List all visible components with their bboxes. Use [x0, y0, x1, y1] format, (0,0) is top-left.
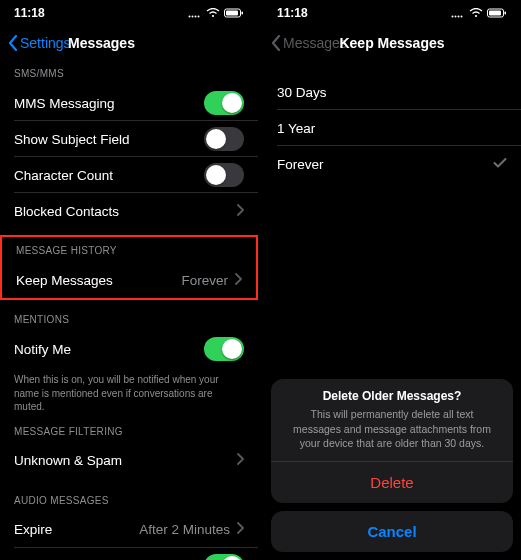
- nav-bar: Messages Keep Messages: [263, 26, 521, 60]
- svg-rect-14: [489, 11, 501, 16]
- row-raise-listen[interactable]: Raise to Listen: [0, 548, 258, 561]
- back-button[interactable]: Messages: [271, 35, 347, 51]
- section-header-filtering: MESSAGE FILTERING: [0, 418, 258, 443]
- row-label: Keep Messages: [16, 273, 113, 288]
- chevron-right-icon: [234, 273, 242, 288]
- back-button[interactable]: Settings: [8, 35, 71, 51]
- status-time: 11:18: [277, 6, 308, 20]
- option-label: 30 Days: [277, 85, 327, 100]
- svg-point-4: [212, 15, 214, 17]
- back-label: Settings: [20, 35, 71, 51]
- battery-icon: [224, 8, 244, 18]
- svg-point-12: [475, 15, 477, 17]
- option-label: Forever: [277, 157, 324, 172]
- status-bar: 11:18: [0, 0, 258, 26]
- section-header-mentions: MENTIONS: [0, 304, 258, 331]
- toggle-raise[interactable]: [204, 554, 244, 561]
- svg-point-10: [458, 16, 460, 18]
- status-indicators: [188, 8, 244, 18]
- row-blocked-contacts[interactable]: Blocked Contacts: [0, 193, 258, 229]
- svg-point-1: [192, 16, 194, 18]
- row-value: Forever: [181, 273, 228, 288]
- row-label: Show Subject Field: [14, 132, 130, 147]
- svg-point-8: [452, 16, 454, 18]
- row-value: After 2 Minutes: [139, 522, 230, 537]
- wifi-icon: [469, 8, 483, 18]
- cancel-button[interactable]: Cancel: [271, 511, 513, 552]
- row-label: MMS Messaging: [14, 96, 115, 111]
- row-keep-messages[interactable]: Keep Messages Forever: [2, 262, 256, 298]
- check-icon: [493, 157, 507, 172]
- nav-title: Messages: [68, 35, 135, 51]
- sheet-title: Delete Older Messages?: [271, 379, 513, 407]
- sheet-message: This will permanently delete all text me…: [271, 407, 513, 461]
- battery-icon: [487, 8, 507, 18]
- row-unknown-spam[interactable]: Unknown & Spam: [0, 443, 258, 479]
- section-header-history: MESSAGE HISTORY: [2, 237, 256, 262]
- row-notify-me[interactable]: Notify Me: [0, 331, 258, 367]
- row-label: Notify Me: [14, 342, 71, 357]
- svg-rect-15: [505, 12, 507, 15]
- svg-rect-7: [242, 12, 244, 15]
- phone-right-keep-messages: 11:18 Messages Keep Messages 30 Days 1 Y…: [263, 0, 521, 560]
- status-time: 11:18: [14, 6, 45, 20]
- option-forever[interactable]: Forever: [263, 146, 521, 182]
- row-label: Character Count: [14, 168, 113, 183]
- chevron-left-icon: [271, 35, 281, 51]
- status-bar: 11:18: [263, 0, 521, 26]
- option-30-days[interactable]: 30 Days: [263, 74, 521, 110]
- svg-point-11: [461, 16, 463, 18]
- chevron-left-icon: [8, 35, 18, 51]
- toggle-mms[interactable]: [204, 91, 244, 115]
- back-label: Messages: [283, 35, 347, 51]
- section-header-smsmms: SMS/MMS: [0, 60, 258, 85]
- toggle-notify[interactable]: [204, 337, 244, 361]
- wifi-icon: [206, 8, 220, 18]
- row-label: Expire: [14, 522, 52, 537]
- section-header-audio: AUDIO MESSAGES: [0, 479, 258, 512]
- row-character-count[interactable]: Character Count: [0, 157, 258, 193]
- toggle-subject[interactable]: [204, 127, 244, 151]
- svg-point-0: [189, 16, 191, 18]
- svg-point-9: [455, 16, 457, 18]
- row-expire[interactable]: Expire After 2 Minutes: [0, 512, 258, 548]
- row-mms-messaging[interactable]: MMS Messaging: [0, 85, 258, 121]
- row-label: Unknown & Spam: [14, 453, 122, 468]
- phone-left-messages-settings: 11:18 Settings Messages SMS/MMS MMS Mess…: [0, 0, 258, 560]
- cellular-icon: [188, 8, 202, 18]
- svg-point-3: [198, 16, 200, 18]
- nav-bar: Settings Messages: [0, 26, 258, 60]
- svg-rect-6: [226, 11, 238, 16]
- highlight-keep-messages: MESSAGE HISTORY Keep Messages Forever: [0, 235, 258, 300]
- chevron-right-icon: [236, 522, 244, 537]
- delete-button[interactable]: Delete: [271, 462, 513, 503]
- row-show-subject[interactable]: Show Subject Field: [0, 121, 258, 157]
- chevron-right-icon: [236, 453, 244, 468]
- toggle-charcount[interactable]: [204, 163, 244, 187]
- cellular-icon: [451, 8, 465, 18]
- status-indicators: [451, 8, 507, 18]
- action-sheet-card: Delete Older Messages? This will permane…: [271, 379, 513, 503]
- option-label: 1 Year: [277, 121, 315, 136]
- row-label: Blocked Contacts: [14, 204, 119, 219]
- section-footer-mentions: When this is on, you will be notified wh…: [0, 367, 258, 418]
- option-1-year[interactable]: 1 Year: [263, 110, 521, 146]
- chevron-right-icon: [236, 204, 244, 219]
- action-sheet: Delete Older Messages? This will permane…: [263, 371, 521, 560]
- svg-point-2: [195, 16, 197, 18]
